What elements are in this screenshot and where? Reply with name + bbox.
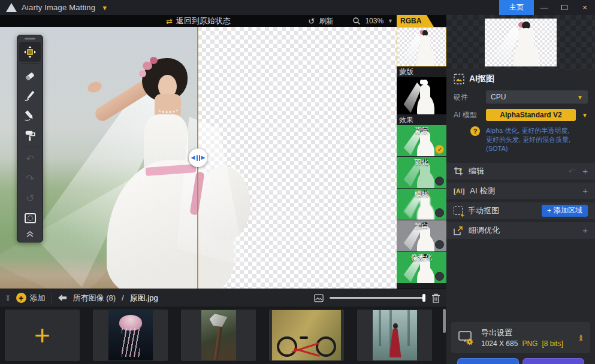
redo-button[interactable]: ↷ <box>19 169 41 189</box>
breadcrumb-separator: / <box>122 293 124 302</box>
eraser-icon <box>23 69 37 83</box>
model-description: ? Alpha 优化, 更好的半透明度, 更好的头发, 更好的混合质量, (SO… <box>446 124 595 158</box>
effect-check-background[interactable] <box>435 145 444 154</box>
palette-drag-handle[interactable] <box>25 38 35 40</box>
jellyfish-image <box>108 310 153 360</box>
hardware-label: 硬件 <box>454 92 480 102</box>
ai-detect-section-row[interactable]: [AI] AI 检测 + <box>446 183 595 199</box>
marquee-tool-button[interactable] <box>19 208 41 228</box>
main-canvas[interactable]: ◀ ▶ <box>0 27 397 289</box>
expand-plus-icon[interactable]: + <box>582 166 588 176</box>
effect-check-feather[interactable] <box>435 177 444 186</box>
chevron-down-icon: ▼ <box>577 94 583 101</box>
filmstrip-scrollbar[interactable] <box>443 309 446 333</box>
magnifier-icon <box>352 17 361 25</box>
slider-handle[interactable] <box>422 294 425 302</box>
effect-thumb-bw[interactable]: 黑白 <box>397 220 446 251</box>
brush-icon <box>23 109 37 122</box>
ai-detect-icon: [AI] <box>454 187 464 195</box>
thumb-axe[interactable] <box>181 310 256 361</box>
filmstrip-toolbar: ∨∨ + 添加 所有图像 (8) / 原图.jpg <box>0 289 446 307</box>
compare-slider-handle[interactable]: ◀ ▶ <box>189 148 207 167</box>
effect-check-bw[interactable] <box>435 240 444 249</box>
rgba-preview-thumb[interactable] <box>397 27 446 66</box>
double-chevron-up-icon <box>26 230 34 238</box>
manual-matting-label: 手动抠图 <box>468 205 499 216</box>
titlebar: Aiarty Image Matting ▼ 主页 — × <box>0 0 595 15</box>
plus-icon: + <box>16 293 26 303</box>
undo-button[interactable]: ↶ <box>19 149 41 169</box>
axe-image <box>201 310 236 360</box>
home-button[interactable]: 主页 <box>499 0 534 15</box>
right-panel: AI抠图 硬件 CPU ▼ AI 模型 AlphaStandard V2 ▼ ?… <box>446 15 595 364</box>
manual-matting-icon <box>454 206 463 215</box>
brush-tool-button[interactable] <box>19 105 41 125</box>
roller-tool-button[interactable] <box>19 125 41 145</box>
add-image-button[interactable]: + 添加 <box>16 293 46 304</box>
zoom-level[interactable]: 103% <box>365 17 383 25</box>
mask-label: 蒙版 <box>397 66 446 77</box>
result-preview-thumb[interactable] <box>485 19 557 66</box>
help-icon[interactable]: ? <box>470 126 480 136</box>
hardware-row: 硬件 CPU ▼ <box>446 88 595 106</box>
thumb-woman-red[interactable] <box>357 310 432 361</box>
section-undo-icon[interactable]: ↶ <box>569 166 576 176</box>
breadcrumb-all-images[interactable]: 所有图像 (8) <box>73 293 116 304</box>
thumbnail-size-slider[interactable] <box>330 297 425 299</box>
export-settings-card[interactable]: 导出设置 1024 X 685 PNG [8 bits] ∧∧ <box>451 322 590 353</box>
chevron-down-icon[interactable]: ▼ <box>582 112 588 119</box>
effect-thumb-pixelate[interactable]: 像素化 <box>397 252 446 283</box>
manual-matting-section-row[interactable]: 手动抠图 + 添加区域 <box>446 202 595 219</box>
model-desc-line1: Alpha 优化, 更好的半透明度, <box>486 126 588 135</box>
refresh-label[interactable]: 刷新 <box>319 16 333 26</box>
edit-label: 编辑 <box>469 166 484 177</box>
effect-thumb-background[interactable]: 背景 <box>397 125 446 156</box>
zoom-chevron-icon[interactable]: ▼ <box>388 18 393 24</box>
secondary-action-button[interactable] <box>522 358 584 364</box>
edit-section-row[interactable]: 编辑 ↶ + <box>446 163 595 180</box>
effect-thumb-blur[interactable]: 模糊 <box>397 189 446 220</box>
thumb-jellyfish[interactable] <box>93 310 168 361</box>
tab-rgba[interactable]: RGBA <box>397 15 434 27</box>
expand-plus-icon[interactable]: + <box>582 186 588 196</box>
effect-thumb-feather[interactable]: 羽化 <box>397 157 446 188</box>
effect-check-blur[interactable] <box>435 208 444 217</box>
hardware-select[interactable]: CPU ▼ <box>486 90 588 104</box>
eraser-tool-button[interactable] <box>19 66 41 86</box>
arrow-left-icon: ◀ <box>191 155 195 160</box>
add-image-tile[interactable]: + <box>5 310 80 361</box>
back-arrow-icon[interactable] <box>58 294 67 302</box>
collapse-filmstrip-button[interactable]: ∨∨ <box>6 295 10 301</box>
minimize-button[interactable]: — <box>534 0 554 15</box>
expand-plus-icon[interactable]: + <box>582 225 588 235</box>
result-preview-area <box>446 15 595 70</box>
effect-check-pixelate[interactable] <box>435 272 444 281</box>
collapse-palette-button[interactable] <box>19 228 41 240</box>
export-format: PNG <box>522 339 537 348</box>
pen-icon <box>23 89 37 102</box>
refresh-icon[interactable]: ↺ <box>308 17 315 26</box>
app-title: Aiarty Image Matting <box>22 3 95 12</box>
ai-matting-title: AI抠图 <box>469 74 494 84</box>
reset-rotate-button[interactable]: ↺ <box>19 189 41 208</box>
effects-label: 效果 <box>397 114 446 125</box>
maximize-icon <box>561 5 567 10</box>
move-tool-button[interactable] <box>19 42 41 62</box>
mask-preview-thumb[interactable] <box>397 77 446 114</box>
export-action-button[interactable] <box>457 358 519 364</box>
refine-section-row[interactable]: 细调优化 + <box>446 222 595 239</box>
paint-roller-icon <box>23 129 37 142</box>
bike-image <box>272 310 341 360</box>
add-region-button[interactable]: + 添加区域 <box>542 205 588 217</box>
double-chevron-up-icon[interactable]: ∧∧ <box>579 335 583 341</box>
pen-tool-button[interactable] <box>19 86 41 105</box>
swap-arrows-icon: ⇄ <box>166 17 173 26</box>
model-select[interactable]: AlphaStandard V2 <box>486 109 576 121</box>
trash-icon[interactable] <box>431 293 440 303</box>
chevron-down-icon[interactable]: ▼ <box>101 4 108 11</box>
maximize-button[interactable] <box>554 0 575 15</box>
close-button[interactable]: × <box>575 0 595 15</box>
rotate-icon: ↺ <box>26 192 34 205</box>
thumb-bike[interactable] <box>269 310 344 361</box>
model-row: AI 模型 AlphaStandard V2 ▼ <box>446 106 595 124</box>
